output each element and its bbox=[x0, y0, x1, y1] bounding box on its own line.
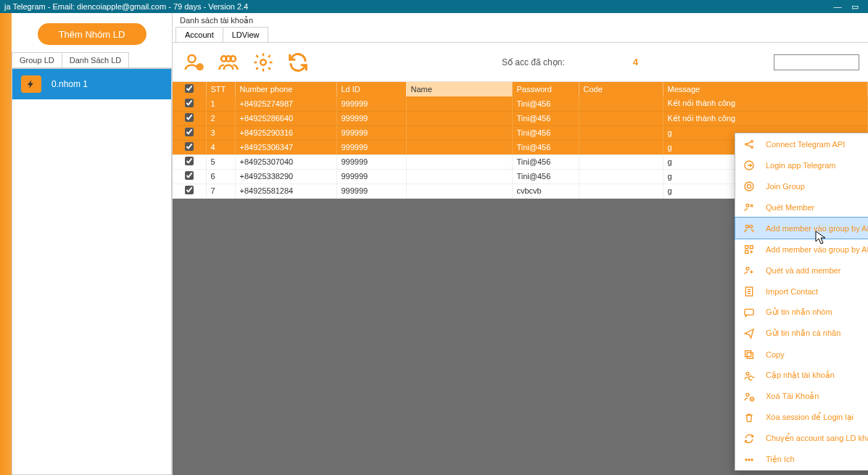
group-icon[interactable] bbox=[216, 50, 241, 75]
acc-selected-label: Số acc đã chọn: bbox=[502, 57, 565, 67]
minimize-button[interactable]: — bbox=[829, 2, 846, 11]
sidebar-tab-danh-sach-ld[interactable]: Danh Sách LD bbox=[62, 52, 130, 67]
col-password[interactable]: Password bbox=[512, 82, 579, 96]
cell-password: Tini@456 bbox=[512, 169, 579, 183]
ctx-label: Quét Member bbox=[766, 203, 814, 212]
ctx-label: Add member vào group by APP bbox=[766, 245, 868, 254]
col-name[interactable]: Name bbox=[406, 82, 512, 96]
col-phone[interactable]: Number phone bbox=[235, 82, 336, 96]
svg-point-0 bbox=[189, 55, 196, 62]
ctx-label: Gửi tin nhắn cá nhân bbox=[766, 329, 840, 338]
cell-name bbox=[406, 169, 512, 183]
cell-stt: 7 bbox=[206, 183, 235, 198]
ctx-copy[interactable]: Copy bbox=[735, 344, 868, 365]
refresh-icon[interactable] bbox=[286, 50, 310, 75]
row-checkbox[interactable] bbox=[185, 171, 194, 180]
row-checkbox[interactable] bbox=[185, 142, 194, 151]
scan-add-icon bbox=[743, 264, 756, 277]
bolt-icon bbox=[21, 75, 41, 93]
col-stt[interactable]: STT bbox=[206, 82, 235, 96]
toolbar: Số acc đã chọn: 4 bbox=[173, 43, 868, 82]
ctx-more[interactable]: Tiện ích▶ bbox=[735, 449, 868, 470]
cell-code bbox=[579, 125, 663, 140]
ctx-scan-add[interactable]: Quét và add member bbox=[735, 260, 868, 281]
ctx-join[interactable]: Join Group bbox=[735, 175, 868, 197]
ctx-add-app[interactable]: Add member vào group by APP bbox=[735, 239, 868, 260]
sidebar-item-nhom1[interactable]: 0.nhom 1 bbox=[12, 69, 171, 99]
ctx-trash[interactable]: Xóa session để Login lại bbox=[735, 407, 868, 428]
svg-point-10 bbox=[745, 182, 753, 191]
ctx-label: Connect Telegram API bbox=[766, 140, 845, 149]
ctx-update[interactable]: Cập nhật tài khoản bbox=[735, 365, 868, 386]
tab-account[interactable]: Account bbox=[175, 27, 223, 42]
svg-point-18 bbox=[746, 267, 749, 270]
cell-message: Kết nối thành công bbox=[663, 111, 868, 125]
svg-point-6 bbox=[745, 143, 748, 145]
window-titlebar: ja Telegram - Email: diencoiapple@gmail.… bbox=[0, 0, 868, 13]
cell-stt: 5 bbox=[206, 154, 235, 169]
col-ldid[interactable]: Ld ID bbox=[336, 82, 406, 96]
cell-ldid: 999999 bbox=[336, 111, 406, 125]
svg-rect-21 bbox=[747, 352, 753, 358]
ctx-msg-group[interactable]: Gửi tin nhắn nhóm bbox=[735, 302, 868, 323]
search-input[interactable] bbox=[774, 54, 859, 70]
ctx-share[interactable]: Connect Telegram API bbox=[735, 133, 868, 154]
ctx-add-api[interactable]: Add member vào group by API bbox=[735, 218, 868, 239]
ctx-msg-person[interactable]: Gửi tin nhắn cá nhân bbox=[735, 323, 868, 344]
cell-ldid: 999999 bbox=[336, 183, 406, 198]
cell-ldid: 999999 bbox=[336, 125, 406, 140]
gear-icon[interactable] bbox=[251, 50, 276, 75]
ctx-label: Xoá Tài Khoản bbox=[766, 392, 819, 401]
col-checkbox[interactable] bbox=[173, 82, 206, 96]
row-checkbox[interactable] bbox=[185, 128, 194, 136]
cell-ldid: 999999 bbox=[336, 154, 406, 169]
cell-phone: +84925286640 bbox=[235, 111, 336, 125]
ctx-label: Join Group bbox=[766, 182, 805, 191]
cell-password: Tini@456 bbox=[512, 154, 579, 169]
main-tabs: Account LDView bbox=[173, 27, 868, 43]
cell-phone: +84925338290 bbox=[235, 169, 336, 183]
maximize-button[interactable]: ▭ bbox=[846, 2, 864, 12]
transfer-icon bbox=[743, 432, 756, 445]
ctx-transfer[interactable]: Chuyển account sang LD khác bbox=[735, 428, 868, 449]
add-group-button[interactable]: Thêm Nhóm LD bbox=[38, 23, 146, 45]
svg-rect-16 bbox=[750, 245, 753, 248]
sidebar-tabs: Group LD Danh Sách LD bbox=[12, 52, 172, 68]
more-icon bbox=[743, 453, 756, 466]
ctx-login[interactable]: Login app Telegram bbox=[735, 154, 868, 175]
cell-phone: +84925307040 bbox=[235, 154, 336, 169]
cell-stt: 4 bbox=[206, 140, 235, 154]
table-row[interactable]: 2+84925286640999999Tini@456Kết nối thành… bbox=[173, 111, 868, 125]
svg-point-26 bbox=[745, 459, 747, 460]
sidebar-tab-group-ld[interactable]: Group LD bbox=[12, 52, 62, 67]
cell-code bbox=[579, 140, 663, 154]
row-checkbox[interactable] bbox=[185, 157, 194, 165]
svg-point-5 bbox=[260, 59, 266, 65]
row-checkbox[interactable] bbox=[185, 113, 194, 122]
copy-icon bbox=[743, 348, 756, 361]
cell-name bbox=[406, 140, 512, 154]
row-checkbox[interactable] bbox=[185, 186, 194, 194]
svg-point-12 bbox=[746, 204, 749, 207]
ctx-scan[interactable]: Quét Member bbox=[735, 197, 868, 218]
svg-point-11 bbox=[747, 184, 751, 188]
table-row[interactable]: 1+84925274987999999Tini@456Kết nối thành… bbox=[173, 96, 868, 111]
ctx-import[interactable]: Import Contact bbox=[735, 281, 868, 302]
col-code[interactable]: Code bbox=[579, 82, 663, 96]
cell-phone: +84925290316 bbox=[235, 125, 336, 140]
col-message[interactable]: Message bbox=[663, 82, 868, 96]
context-menu: Connect Telegram APILogin app TelegramJo… bbox=[735, 133, 868, 471]
cell-ldid: 999999 bbox=[336, 140, 406, 154]
ctx-label: Quét và add member bbox=[766, 266, 840, 275]
share-icon bbox=[743, 138, 756, 151]
row-checkbox[interactable] bbox=[185, 99, 194, 107]
svg-point-7 bbox=[751, 140, 753, 142]
tab-ldview[interactable]: LDView bbox=[223, 27, 269, 42]
main-panel: Danh sách tài khoản Account LDView Số ac… bbox=[173, 13, 868, 475]
add-user-icon[interactable] bbox=[181, 50, 206, 75]
cell-name bbox=[406, 96, 512, 111]
cell-password: Tini@456 bbox=[512, 140, 579, 154]
ctx-delete[interactable]: Xoá Tài Khoản bbox=[735, 386, 868, 407]
cell-name bbox=[406, 125, 512, 140]
scan-icon bbox=[743, 201, 756, 214]
